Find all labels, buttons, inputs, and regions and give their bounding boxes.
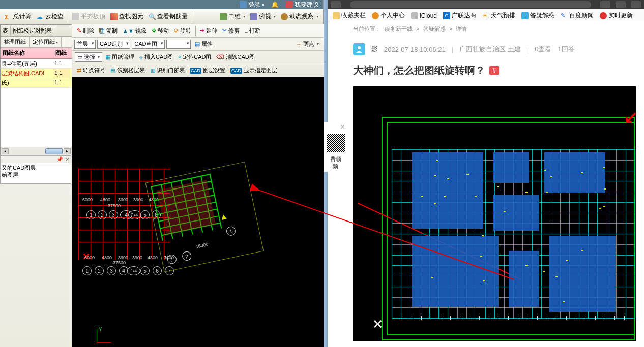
empty-select[interactable] [166,40,191,49]
subtab-locate[interactable]: 定位图纸 [30,37,62,47]
dim2d-label: 二维 [228,12,241,21]
insert-cad-button[interactable]: ⎆插入CAD图 [137,52,175,62]
view-rebar-label: 查看钢筋量 [157,12,188,21]
window-divider[interactable] [324,0,328,347]
scroll-thumb[interactable] [45,148,63,154]
scroll-left-arrow[interactable]: ◂ [2,148,9,154]
props-label: 属性 [201,40,213,48]
tab-list[interactable]: 表 [1,26,11,36]
avatar[interactable] [353,43,365,55]
extend-button[interactable]: ⇥延伸 [198,26,219,36]
bookmark-item[interactable]: 答疑解惑 [519,10,557,21]
manage-button[interactable]: ▦图纸管理 [103,52,136,62]
align-top-button[interactable]: 平齐板顶 [70,11,107,22]
axis-bubble: 1/4 [127,266,140,275]
two-pt-button[interactable]: ↔两点 [294,39,321,49]
cad-draft-select[interactable]: CAD草图 [132,40,165,49]
floor-select[interactable]: 首层 [74,40,96,49]
ext-button[interactable] [631,1,641,8]
qr-line: 费领 [330,156,341,162]
cad-canvas[interactable]: ✕ 6000 4800 3900 3900 4800 37500 1 2 3 4… [72,77,324,347]
ext-button[interactable] [616,1,626,8]
folder-icon [333,12,340,19]
find-element-button[interactable]: 查找图元 [108,11,145,22]
col-name[interactable]: 图纸名称 [1,48,53,58]
author-name[interactable]: 影 [371,45,378,54]
pin-icon[interactable]: 📌 [56,156,63,162]
url-bar[interactable] [350,1,591,8]
trim-button[interactable]: ✂修剪 [220,26,242,36]
rec-window-button[interactable]: ▥识别门窗表 [148,66,187,75]
delete-button[interactable]: ✎删除 [75,26,96,36]
close-icon[interactable]: × [340,124,345,130]
locate-cad-button[interactable]: ⌖定位CAD图 [176,52,213,62]
notify-icon[interactable]: 🔔 [271,1,279,8]
main-toolbar: Σ 总计算 ☁ 云检查 平齐板顶 查找图元 🔍 查看钢筋量 二维 俯视 [0,9,323,24]
rotate-button[interactable]: ⟳旋转 [172,26,193,36]
select-button[interactable]: ▭选择 [75,52,102,62]
post-image[interactable]: ↙ ✕ [353,86,636,341]
bookmark-item[interactable]: G广联达商 [441,10,478,21]
cad-rec-select[interactable]: CAD识别 [97,40,130,49]
bookmarks-folder[interactable]: 收藏夹栏 [331,10,368,21]
break-button[interactable]: ≡打断 [243,26,262,36]
nav-button[interactable] [331,1,341,8]
crumb-link[interactable]: 服务新干线 [385,26,413,32]
crumb-link[interactable]: 答疑解惑 [423,26,446,32]
view-down-label: 俯视 [259,12,271,21]
layer-line[interactable]: 始图层 [2,171,70,178]
dim2d-button[interactable]: 二维 [218,11,247,22]
close-icon[interactable]: ✕ [66,156,70,162]
post-title: 大神们，怎么把图纸旋转啊？ 专 [352,59,620,84]
title-text: 大神们，怎么把图纸旋转啊？ [353,64,485,77]
props-button[interactable]: ▤属性 [193,39,215,49]
subtab-organize[interactable]: 整理图纸 [1,37,30,47]
suggest-button[interactable]: 我要建议 [286,1,319,9]
bookmark-item[interactable]: 实时更新 [598,10,635,21]
post-answers: 1回答 [558,45,574,54]
table-row[interactable]: 层梁结构图.CADI 1:1 [1,69,72,78]
h-scrollbar[interactable]: ◂ ▸ [1,147,72,155]
view-down-button[interactable]: 俯视 [248,11,278,22]
table-row[interactable]: 良--住宅(五层) 1:1 [1,59,72,69]
layer-line[interactable]: 又的CAD图层 [2,164,70,171]
layer-set-button[interactable]: CAD图层设置 [188,66,227,75]
breadcrumb: 当前位置： 服务新干线 > 答疑解惑 > 详情 [352,22,620,36]
insert-label: 插入CAD图 [144,53,173,61]
mirror-button[interactable]: ▲▼镜像 [121,26,149,36]
site-icon [521,12,529,19]
login-label: 登录 [248,1,260,9]
clear-cad-button[interactable]: ⌫清除CAD图 [214,52,256,62]
bookmark-item[interactable]: ☀天气预排 [480,10,517,21]
bookmark-item[interactable]: ✎百度新闻 [559,10,596,21]
login-button[interactable]: 登录 ▾ [240,1,264,9]
ext-button[interactable] [600,1,610,8]
row-scale: 1:1 [53,78,70,87]
cloud-check-button[interactable]: ☁ 云检查 [35,11,66,22]
dim-text: 3900 [133,197,143,202]
calc-button[interactable]: Σ 总计算 [3,11,34,22]
cad-toolbar-row: ▭选择 ▦图纸管理 ⎆插入CAD图 ⌖定位CAD图 ⌫清除CAD图 [72,51,324,64]
bookmark-item[interactable]: 个人中心 [370,10,407,21]
bookmark-label: 个人中心 [380,11,405,20]
tab-compare[interactable]: 图纸楼层对照表 [11,26,54,36]
col-scale[interactable]: 图纸 [53,48,69,58]
copy-button[interactable]: ⿻复制 [97,26,120,36]
dyn-view-button[interactable]: 动态观察 [279,11,320,22]
site-icon [372,12,379,19]
crumb-prefix: 当前位置： [353,26,381,32]
crumb-link[interactable]: 详情 [456,26,467,32]
move-button[interactable]: ✥移动 [150,26,171,36]
view-rebar-button[interactable]: 🔍 查看钢筋量 [147,11,190,22]
table-row[interactable]: 氏) 1:1 [1,78,72,88]
scroll-right-arrow[interactable]: ▸ [64,148,71,154]
bookmark-item[interactable]: iCloud [409,11,439,20]
close-overlay-icon[interactable]: ✕ [372,317,384,332]
bookmark-label: 天气预排 [491,11,515,20]
show-spec-button[interactable]: CAD显示指定图层 [228,66,279,75]
row-name: 良--住宅(五层) [1,59,53,68]
copy-label: 复制 [106,27,118,35]
convert-button[interactable]: ⇄转换符号 [75,66,107,75]
rec-floor-button[interactable]: ▤识别楼层表 [108,66,147,75]
dim-text: 4800 [148,255,158,260]
